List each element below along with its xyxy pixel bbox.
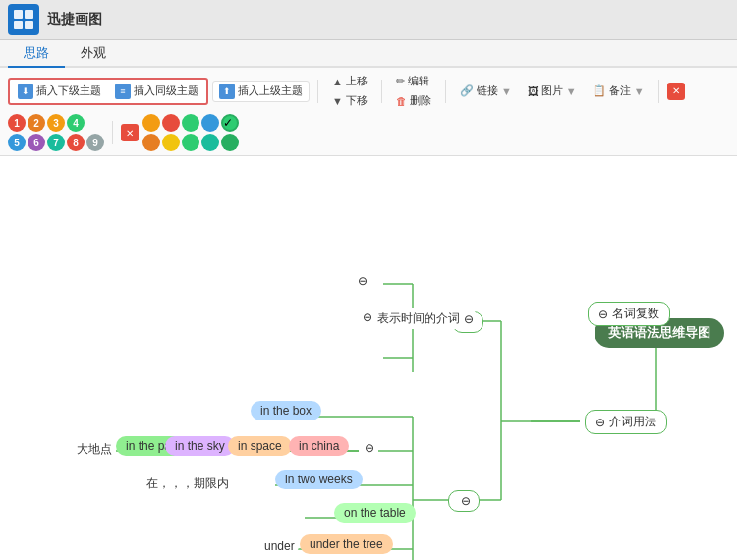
- sep5: [112, 121, 113, 144]
- color-teal[interactable]: [201, 134, 219, 151]
- delete-button[interactable]: 🗑 删除: [390, 91, 437, 110]
- insert-sub-button[interactable]: ⬇ 插入下级主题: [12, 82, 107, 101]
- color-orange2[interactable]: [142, 134, 160, 151]
- svg-rect-3: [25, 21, 33, 29]
- time-label-on: 表示时间的介词 ⊖: [373, 308, 478, 329]
- badge-5[interactable]: 5: [8, 134, 26, 151]
- in-place-label: ⊖: [359, 439, 378, 457]
- insert-parent-button[interactable]: ⬆ 插入上级主题: [212, 81, 310, 102]
- insert-parent-icon: ⬆: [219, 84, 235, 99]
- color-darkgreen[interactable]: [221, 134, 239, 151]
- sep4: [658, 80, 659, 103]
- move-down-button[interactable]: ▼ 下移: [326, 91, 373, 110]
- color-yellow[interactable]: [162, 134, 180, 151]
- under-the-tree-node[interactable]: under the tree: [300, 534, 393, 554]
- tab-mindmap[interactable]: 思路: [8, 40, 65, 68]
- image-button[interactable]: 🖼 图片 ▼: [522, 82, 583, 100]
- in-the-sky-node[interactable]: in the sky: [165, 436, 235, 456]
- in-time-desc: [167, 269, 175, 273]
- badge-2[interactable]: 2: [28, 114, 45, 132]
- tab-appearance[interactable]: 外观: [65, 40, 122, 68]
- lim-label: [214, 405, 222, 409]
- at-time-label: [364, 345, 371, 349]
- at-time-desc: [177, 343, 185, 347]
- insert-same-icon: ≡: [115, 84, 131, 99]
- edit-button[interactable]: ✏ 编辑: [390, 72, 437, 90]
- badge-9[interactable]: 9: [86, 134, 104, 151]
- sep1: [317, 80, 318, 103]
- color-green3[interactable]: [182, 134, 199, 151]
- x-button-2[interactable]: ✕: [121, 124, 139, 141]
- badge-7[interactable]: 7: [47, 134, 65, 151]
- badge-1[interactable]: 1: [8, 114, 26, 132]
- color-orange[interactable]: [142, 114, 160, 132]
- color-blue[interactable]: [201, 114, 219, 132]
- branch-preposition[interactable]: ⊖ 介词用法: [585, 410, 667, 434]
- on-the-table-node[interactable]: on the table: [334, 503, 416, 523]
- svg-rect-2: [14, 21, 23, 29]
- link-button[interactable]: 🔗 链接 ▼: [454, 82, 518, 100]
- app-title: 迅捷画图: [47, 11, 102, 28]
- x-button[interactable]: ✕: [667, 83, 685, 100]
- insert-sub-icon: ⬇: [18, 84, 33, 99]
- within-label: 在，，，期限内: [142, 474, 233, 494]
- sep3: [445, 80, 446, 103]
- on-time-desc: [226, 306, 234, 309]
- place-preposition-label[interactable]: ⊖: [448, 490, 480, 512]
- under-label: under: [260, 537, 299, 555]
- mind-map-lines: [0, 156, 737, 560]
- in-two-weeks-node[interactable]: in two weeks: [275, 470, 363, 489]
- sep2: [381, 80, 382, 103]
- on-place-label: [295, 507, 303, 511]
- branch-noun-plural[interactable]: ⊖ 名词复数: [588, 302, 670, 326]
- badge-6[interactable]: 6: [28, 134, 45, 151]
- in-time-label: ⊖: [352, 272, 371, 290]
- in-the-box-node[interactable]: in the box: [251, 401, 321, 420]
- color-green2[interactable]: ✓: [221, 114, 239, 132]
- insert-same-button[interactable]: ≡ 插入同级主题: [109, 82, 204, 101]
- color-green[interactable]: [182, 114, 199, 132]
- in-space-node[interactable]: in space: [228, 436, 292, 456]
- big-place-label: 大地点: [73, 439, 116, 460]
- title-bar: 迅捷画图: [0, 0, 737, 40]
- in-china-node[interactable]: in china: [289, 436, 349, 456]
- toolbar: ⬇ 插入下级主题 ≡ 插入同级主题 ⬆ 插入上级主题 ▲ 上移 ▼ 下移 ✏ 编…: [0, 68, 737, 156]
- insert-group: ⬇ 插入下级主题 ≡ 插入同级主题: [8, 78, 208, 105]
- app-icon: [8, 4, 39, 35]
- badge-3[interactable]: 3: [47, 114, 65, 132]
- note-button[interactable]: 📋 备注 ▼: [587, 82, 651, 100]
- move-up-button[interactable]: ▲ 上移: [326, 72, 373, 90]
- badge-4[interactable]: 4: [67, 114, 85, 132]
- canvas: 英语语法思维导图 ⊖ 名词复数 ⊖ 介词用法 ⊖ ⊖ ⊖ ⊖ 表示时间的介词 ⊖: [0, 156, 737, 560]
- tab-bar: 思路 外观: [0, 40, 737, 68]
- badge-8[interactable]: 8: [67, 134, 85, 151]
- color-red[interactable]: [162, 114, 180, 132]
- svg-rect-0: [14, 10, 23, 19]
- svg-rect-1: [25, 10, 33, 19]
